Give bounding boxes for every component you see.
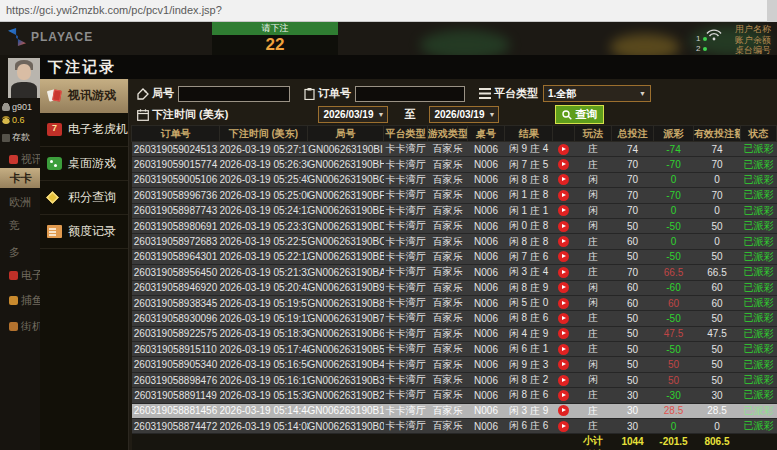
replay-play-icon[interactable] bbox=[558, 375, 569, 386]
table-row[interactable]: 2603190590157742026-03-19 05:26:36GN0062… bbox=[132, 157, 777, 172]
clipboard-icon bbox=[304, 88, 315, 100]
cell-table-no: N006 bbox=[468, 342, 505, 357]
cell-order: 260319058891149 bbox=[132, 388, 220, 403]
cell-table-no: N006 bbox=[468, 234, 505, 249]
left-nav-item[interactable]: 街机 bbox=[0, 319, 40, 334]
table-row[interactable]: 2603190588911492026-03-19 05:15:38GN0062… bbox=[132, 388, 777, 403]
date-to-picker[interactable]: 2026/03/19 ▼ bbox=[429, 106, 499, 123]
table-row[interactable]: 2603190590051062026-03-19 05:25:45GN0062… bbox=[132, 172, 777, 187]
cell-replay bbox=[553, 157, 575, 172]
table-row[interactable]: 2603190589806912026-03-19 05:23:37GN0062… bbox=[132, 218, 777, 233]
cell-table-no: N006 bbox=[468, 265, 505, 280]
round-number-input[interactable] bbox=[178, 86, 290, 102]
table-row[interactable]: 2603190589151102026-03-19 05:17:48GN0062… bbox=[132, 342, 777, 357]
cell-order: 260319058881456 bbox=[132, 403, 220, 418]
column-header: 游戏类型 bbox=[428, 126, 468, 142]
cell-game: 百家乐 bbox=[428, 234, 468, 249]
column-header: 玩法 bbox=[575, 126, 612, 142]
cell-order: 260319058898476 bbox=[132, 372, 220, 387]
table-row[interactable]: 2603190589469202026-03-19 05:20:43GN0062… bbox=[132, 280, 777, 295]
left-nav-item[interactable]: 多 bbox=[0, 245, 40, 260]
left-nav-item[interactable]: 欧洲 bbox=[0, 195, 40, 210]
replay-play-icon[interactable] bbox=[558, 390, 569, 401]
cell-result: 闲 1 庄 1 bbox=[505, 203, 553, 218]
game-header-strip: PLAYACE 请下注 22 12 用户名称账户余额桌台编号 bbox=[0, 22, 777, 55]
left-nav-item[interactable]: 竞 bbox=[0, 218, 40, 233]
table-row[interactable]: 2603190589300962026-03-19 05:19:11GN0062… bbox=[132, 311, 777, 326]
cell-payout: 50 bbox=[654, 372, 694, 387]
table-row[interactable]: 2603190589643012026-03-19 05:22:13GN0062… bbox=[132, 249, 777, 264]
column-header bbox=[553, 126, 575, 142]
replay-play-icon[interactable] bbox=[558, 328, 569, 339]
left-nav-item[interactable]: 捕鱼王 bbox=[0, 293, 40, 308]
subtotal-row: 小计1044-201.5806.5 bbox=[132, 434, 777, 449]
cell-order: 260319058930096 bbox=[132, 311, 220, 326]
table-row[interactable]: 2603190588814562026-03-19 05:14:44GN0062… bbox=[132, 403, 777, 418]
replay-play-icon[interactable] bbox=[558, 267, 569, 278]
replay-play-icon[interactable] bbox=[558, 221, 569, 232]
cell-bet-type: 庄 bbox=[575, 419, 612, 434]
cell-round: GN006263190B5 bbox=[308, 342, 384, 357]
playace-logo-text: PLAYACE bbox=[31, 30, 93, 44]
cell-payout: -50 bbox=[654, 249, 694, 264]
cell-time: 2026-03-19 05:14:44 bbox=[220, 403, 308, 418]
cell-replay bbox=[553, 249, 575, 264]
avatar[interactable] bbox=[8, 58, 40, 98]
cell-total-bet: 30 bbox=[612, 419, 654, 434]
order-number-input[interactable] bbox=[355, 86, 465, 102]
browser-url-bar[interactable]: https://gci.ywi2mzbk.com/pc/pcv1/index.j… bbox=[0, 0, 777, 22]
table-row[interactable]: 2603190588744722026-03-19 05:14:08GN0062… bbox=[132, 419, 777, 434]
sidebar-item-cards[interactable]: 视讯游戏 bbox=[40, 79, 128, 113]
cell-result: 闲 6 庄 1 bbox=[505, 342, 553, 357]
replay-play-icon[interactable] bbox=[558, 205, 569, 216]
table-row[interactable]: 2603190589967362026-03-19 05:25:00GN0062… bbox=[132, 188, 777, 203]
table-row[interactable]: 2603190589726832026-03-19 05:22:57GN0062… bbox=[132, 234, 777, 249]
left-nav-item-selected[interactable]: 卡卡 bbox=[0, 168, 40, 188]
cell-table-no: N006 bbox=[468, 142, 505, 157]
sidebar-item-gem[interactable]: 积分查询 bbox=[40, 181, 128, 215]
cell-result: 闲 7 庄 6 bbox=[505, 249, 553, 264]
cell-game: 百家乐 bbox=[428, 372, 468, 387]
table-row[interactable]: 2603190589383452026-03-19 05:19:57GN0062… bbox=[132, 295, 777, 310]
search-button[interactable]: 查询 bbox=[555, 105, 604, 124]
url-text[interactable]: https://gci.ywi2mzbk.com/pc/pcv1/index.j… bbox=[6, 4, 222, 16]
cell-empty bbox=[384, 434, 428, 449]
table-row[interactable]: 2603190590245132026-03-19 05:27:17GN0062… bbox=[132, 142, 777, 157]
replay-play-icon[interactable] bbox=[558, 282, 569, 293]
cell-round: GN006263190B2 bbox=[308, 388, 384, 403]
left-nav-item[interactable]: 电子 bbox=[0, 268, 40, 283]
replay-play-icon[interactable] bbox=[558, 298, 569, 309]
tag-icon bbox=[137, 88, 149, 100]
platform-select[interactable]: 1.全部 ▼ bbox=[543, 85, 651, 102]
replay-play-icon[interactable] bbox=[558, 344, 569, 355]
cell-game: 百家乐 bbox=[428, 342, 468, 357]
table-row[interactable]: 2603190588984762026-03-19 05:16:19GN0062… bbox=[132, 372, 777, 387]
cell-total-bet: 70 bbox=[612, 172, 654, 187]
sidebar-item-label: 额度记录 bbox=[68, 223, 116, 240]
replay-play-icon[interactable] bbox=[558, 174, 569, 185]
replay-play-icon[interactable] bbox=[558, 144, 569, 155]
table-row[interactable]: 2603190589877432026-03-19 05:24:13GN0062… bbox=[132, 203, 777, 218]
replay-play-icon[interactable] bbox=[558, 251, 569, 262]
cell-platform: 卡卡湾厅 bbox=[384, 311, 428, 326]
playace-logo[interactable]: PLAYACE bbox=[8, 28, 93, 46]
date-from-picker[interactable]: 2026/03/19 ▼ bbox=[318, 106, 388, 123]
replay-play-icon[interactable] bbox=[558, 236, 569, 247]
left-nav-item[interactable]: 视讯 bbox=[0, 152, 40, 167]
table-row[interactable]: 2603190589225752026-03-19 05:18:30GN0062… bbox=[132, 326, 777, 341]
replay-play-icon[interactable] bbox=[558, 159, 569, 170]
replay-play-icon[interactable] bbox=[558, 359, 569, 370]
cell-table-no: N006 bbox=[468, 203, 505, 218]
sidebar-item-doc[interactable]: 额度记录 bbox=[40, 215, 128, 249]
table-row[interactable]: 2603190589564502026-03-19 05:21:32GN0062… bbox=[132, 265, 777, 280]
replay-play-icon[interactable] bbox=[558, 421, 569, 432]
replay-play-icon[interactable] bbox=[558, 313, 569, 324]
cards-icon bbox=[9, 155, 18, 164]
replay-play-icon[interactable] bbox=[558, 190, 569, 201]
table-row[interactable]: 2603190589053402026-03-19 05:16:56GN0062… bbox=[132, 357, 777, 372]
replay-play-icon[interactable] bbox=[558, 405, 569, 416]
deposit-button[interactable]: 存款 bbox=[2, 131, 30, 144]
sidebar-item-slot[interactable]: 电子老虎机 bbox=[40, 113, 128, 147]
sidebar-item-dice[interactable]: 桌面游戏 bbox=[40, 147, 128, 181]
cell-payout: 0 bbox=[654, 172, 694, 187]
